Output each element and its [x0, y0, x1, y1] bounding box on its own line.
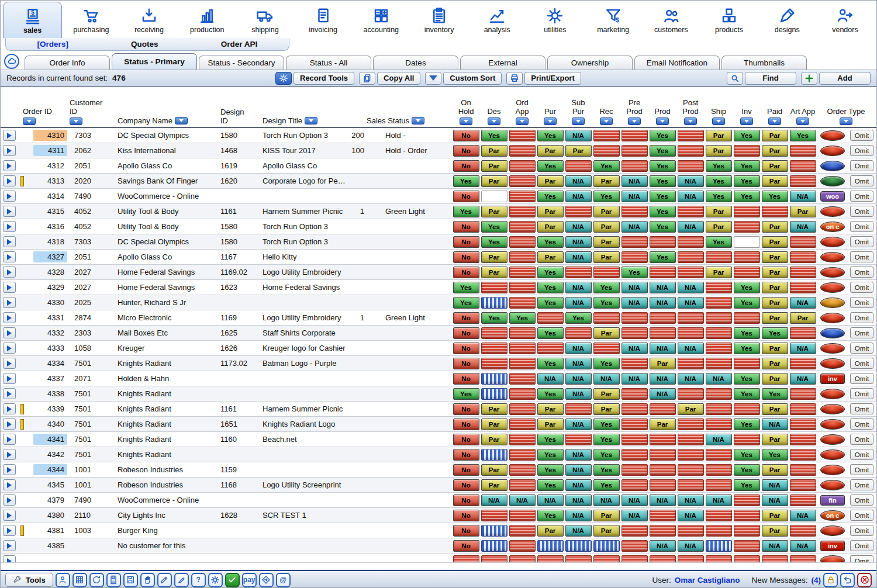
status-cell-des[interactable]: Yes — [481, 130, 507, 141]
order-id-cell[interactable]: 4314 — [25, 191, 70, 202]
record-tools-button[interactable]: Record Tools — [294, 72, 354, 85]
status-cell-ord-app[interactable] — [509, 343, 536, 354]
status-cell-rec[interactable]: N/A — [593, 373, 620, 385]
design-title-cell[interactable]: Harnem Summer Picnic — [245, 404, 346, 413]
module-receiving[interactable]: receiving — [120, 1, 178, 38]
order-id-cell[interactable]: 4311 — [25, 145, 70, 156]
design-title-cell[interactable]: Torch Run Option 3 — [245, 222, 346, 231]
status-cell-ord-app[interactable] — [509, 540, 536, 552]
status-cell-ship[interactable] — [706, 251, 732, 263]
status-cell-ship[interactable] — [706, 449, 732, 461]
status-cell-rec[interactable] — [593, 312, 620, 324]
status-cell-des[interactable] — [481, 388, 507, 400]
filter-dropdown-icon[interactable] — [488, 117, 500, 125]
customer-id-cell[interactable]: 7501 — [70, 404, 102, 413]
order-id-cell[interactable]: 4327 — [25, 251, 70, 262]
status-cell-pre-prod[interactable]: N/A — [622, 297, 648, 309]
company-name-cell[interactable]: Kreuger — [102, 344, 204, 352]
status-cell-rec[interactable]: Par — [593, 388, 620, 400]
status-cell-rec[interactable]: Yes — [593, 418, 620, 430]
tab-order-info[interactable]: Order Info — [25, 56, 110, 70]
status-cell-prod[interactable] — [650, 312, 676, 324]
filter-dropdown-icon[interactable] — [684, 117, 697, 125]
save-button[interactable] — [123, 573, 138, 587]
copy-icon-button[interactable] — [359, 72, 375, 85]
status-cell-on-hold[interactable]: No — [453, 403, 479, 415]
status-cell-rec[interactable]: Par — [593, 403, 620, 415]
status-cell-post-prod[interactable]: N/A — [678, 282, 704, 293]
status-cell-ship[interactable]: Par — [706, 130, 732, 141]
status-cell-rec[interactable]: Yes — [593, 282, 620, 293]
status-cell-on-hold[interactable]: No — [453, 343, 479, 354]
status-cell-pur[interactable]: Par — [537, 175, 564, 187]
status-cell-ord-app[interactable] — [509, 555, 536, 563]
status-cell-sub-pur[interactable]: N/A — [565, 510, 592, 521]
row-detail-button[interactable] — [3, 130, 16, 141]
customer-id-cell[interactable]: 2020 — [70, 177, 102, 185]
status-cell-prod[interactable]: N/A — [650, 540, 676, 552]
customer-id-cell[interactable]: 7303 — [70, 237, 102, 246]
status-cell-art-app[interactable]: N/A — [790, 191, 816, 202]
order-id-cell[interactable]: 4330 — [25, 297, 70, 308]
order-type-indicator[interactable] — [820, 237, 845, 247]
status-cell-pur[interactable]: Yes — [537, 160, 564, 172]
status-cell-on-hold[interactable]: No — [453, 540, 479, 552]
status-cell-inv[interactable]: Yes — [734, 373, 760, 385]
status-cell-pur[interactable]: Par — [537, 418, 564, 430]
status-cell-sub-pur[interactable] — [565, 160, 592, 172]
status-cell-des[interactable] — [481, 282, 507, 293]
status-cell-pre-prod[interactable] — [622, 540, 648, 552]
customer-id-cell[interactable]: 2027 — [70, 268, 102, 276]
status-cell-ord-app[interactable] — [509, 449, 536, 461]
tab-status-secondary[interactable]: Status - Secondary — [199, 56, 284, 70]
customer-id-cell[interactable]: 7501 — [70, 359, 102, 368]
status-cell-ship[interactable]: Yes — [706, 160, 732, 172]
status-cell-des[interactable]: Par — [481, 418, 507, 430]
status-cell-paid[interactable]: Par — [762, 434, 788, 445]
lock-button[interactable] — [823, 573, 838, 587]
row-detail-button[interactable] — [3, 251, 16, 262]
status-cell-paid[interactable]: Yes — [762, 327, 788, 339]
status-cell-ship[interactable]: N/A — [706, 373, 732, 385]
subnav-orders[interactable]: [Orders] — [37, 40, 68, 49]
status-cell-pur[interactable]: Yes — [537, 327, 564, 339]
status-cell-rec[interactable]: Yes — [593, 479, 620, 491]
customer-id-cell[interactable]: 1001 — [70, 480, 102, 489]
filter-dropdown-icon[interactable] — [796, 117, 809, 125]
design-title-cell[interactable]: Kreuger logo for Cashier — [245, 344, 346, 352]
filter-dropdown-icon[interactable] — [23, 117, 36, 125]
order-type-indicator[interactable] — [820, 130, 845, 141]
filter-dropdown-icon[interactable] — [460, 117, 472, 125]
omit-button[interactable]: Omit — [850, 282, 873, 293]
module-purchasing[interactable]: purchasing — [62, 1, 120, 38]
status-cell-ship[interactable] — [706, 510, 732, 521]
row-detail-button[interactable] — [3, 206, 16, 217]
status-cell-des[interactable] — [481, 327, 507, 339]
company-name-cell[interactable]: Robeson Industries — [102, 465, 204, 474]
status-cell-des[interactable]: N/A — [481, 494, 507, 506]
status-cell-paid[interactable]: Par — [762, 403, 788, 415]
omit-button[interactable]: Omit — [850, 206, 873, 217]
order-type-indicator[interactable] — [820, 343, 845, 354]
status-cell-pur[interactable]: Par — [537, 251, 564, 263]
status-cell-on-hold[interactable]: No — [453, 160, 479, 172]
filter-dropdown-icon[interactable] — [412, 117, 424, 124]
row-detail-button[interactable] — [3, 160, 16, 171]
status-cell-pre-prod[interactable] — [622, 236, 648, 248]
status-cell-des[interactable] — [481, 525, 507, 537]
status-cell-inv[interactable] — [734, 312, 760, 324]
status-cell-art-app[interactable] — [790, 160, 816, 172]
tab-dates[interactable]: Dates — [373, 56, 458, 70]
status-cell-ship[interactable] — [706, 358, 732, 369]
status-cell-des[interactable]: Par — [481, 464, 507, 476]
row-detail-button[interactable] — [3, 327, 16, 338]
status-cell-art-app[interactable]: N/A — [790, 221, 816, 233]
status-cell-on-hold[interactable]: Yes — [453, 388, 479, 400]
status-cell-paid[interactable]: Par — [762, 358, 788, 369]
status-cell-inv[interactable]: Yes — [734, 464, 760, 476]
status-cell-art-app[interactable]: N/A — [790, 297, 816, 309]
order-id-cell[interactable]: 4342 — [25, 449, 70, 460]
status-cell-inv[interactable] — [734, 206, 760, 217]
status-cell-art-app[interactable]: N/A — [790, 343, 816, 354]
order-id-cell[interactable]: 4341 — [25, 434, 70, 445]
